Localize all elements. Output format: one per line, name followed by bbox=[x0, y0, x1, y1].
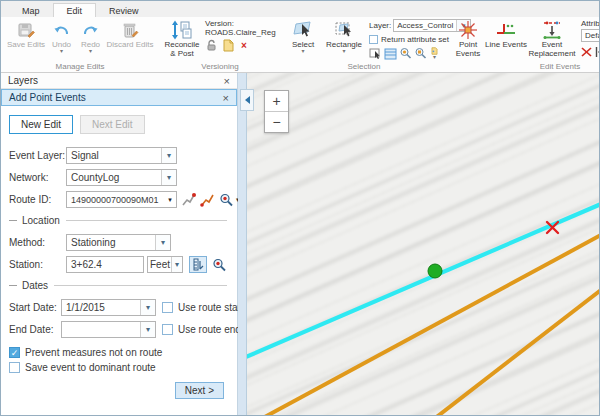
undo-dropdown-caret[interactable]: ▾ bbox=[60, 49, 63, 54]
tab-review[interactable]: Review bbox=[96, 4, 152, 17]
save-dominant-route-checkbox[interactable] bbox=[9, 362, 20, 373]
route-highlight-line[interactable] bbox=[247, 204, 599, 360]
attribute-table-icon[interactable] bbox=[384, 47, 397, 60]
collapse-panel-tab[interactable] bbox=[240, 89, 254, 111]
network-combobox[interactable]: CountyLog ▾ bbox=[66, 169, 177, 186]
tab-edit[interactable]: Edit bbox=[53, 3, 97, 17]
road-line-2[interactable] bbox=[434, 290, 599, 415]
zoom-to-station-icon[interactable] bbox=[211, 256, 227, 273]
rectangle-dropdown-caret[interactable]: ▾ bbox=[342, 49, 345, 54]
select-tool-icon bbox=[293, 19, 313, 40]
use-route-start-date-checkbox[interactable] bbox=[162, 302, 173, 313]
new-edit-button[interactable]: New Edit bbox=[9, 115, 73, 134]
station-input[interactable]: 3+62.4 bbox=[66, 256, 144, 273]
group-label-edit-events: Edit Events bbox=[449, 62, 600, 72]
collapse-left-icon bbox=[245, 96, 250, 104]
event-layer-arrow[interactable]: ▾ bbox=[161, 148, 176, 163]
next-button[interactable]: Next > bbox=[175, 382, 224, 399]
event-layer-label: Event Layer: bbox=[9, 150, 66, 161]
event-replacement-icon bbox=[541, 19, 563, 40]
event-point-marker[interactable] bbox=[428, 264, 442, 278]
discard-edits-button[interactable]: Discard Edits bbox=[105, 18, 155, 50]
panel-collapse-strip[interactable] bbox=[238, 73, 247, 415]
add-point-events-close-icon[interactable]: × bbox=[223, 93, 229, 103]
redo-button[interactable]: Redo ▾ bbox=[76, 18, 105, 55]
add-point-events-header: Add Point Events × bbox=[1, 89, 237, 106]
reconcile-icon bbox=[171, 19, 193, 40]
prevent-measures-label: Prevent measures not on route bbox=[25, 347, 162, 358]
delete-version-icon[interactable]: × bbox=[237, 39, 251, 52]
attribute-set-combobox[interactable]: Default ▾ bbox=[581, 29, 600, 42]
zoom-in-button[interactable]: + bbox=[265, 91, 288, 111]
zoom-to-route-icon[interactable] bbox=[219, 191, 234, 208]
next-edit-button[interactable]: Next Edit bbox=[80, 115, 145, 134]
method-value: Stationing bbox=[67, 237, 155, 248]
select-route-on-map-icon[interactable] bbox=[181, 191, 196, 208]
group-label-manage-edits: Manage Edits bbox=[5, 62, 155, 72]
ribbon: Save Edits Undo ▾ Redo ▾ bbox=[1, 17, 599, 73]
station-label: Station: bbox=[9, 259, 54, 270]
return-attribute-set-checkbox[interactable] bbox=[369, 35, 378, 44]
route-id-combobox[interactable]: 14900000700090M01 ▾ bbox=[66, 191, 177, 208]
line-events-icon bbox=[496, 19, 516, 40]
select-features-icon[interactable] bbox=[369, 47, 382, 60]
undo-button[interactable]: Undo ▾ bbox=[47, 18, 76, 55]
group-label-versioning: Versioning bbox=[161, 62, 279, 72]
start-date-label: Start Date: bbox=[9, 302, 61, 313]
use-route-end-date-checkbox[interactable] bbox=[162, 324, 173, 335]
method-label: Method: bbox=[9, 237, 54, 248]
station-value: 3+62.4 bbox=[67, 259, 143, 270]
new-version-icon[interactable] bbox=[221, 39, 235, 52]
redo-dropdown-caret[interactable]: ▾ bbox=[89, 49, 92, 54]
event-replacement-button[interactable]: Event Replacement bbox=[525, 18, 579, 59]
select-dropdown-caret[interactable]: ▾ bbox=[301, 49, 304, 54]
dates-section-header: Dates bbox=[9, 280, 227, 291]
start-date-combobox[interactable]: 1/1/2015 ▾ bbox=[61, 299, 156, 316]
save-edits-button[interactable]: Save Edits bbox=[5, 18, 47, 50]
select-button[interactable]: Select ▾ bbox=[285, 18, 321, 55]
offset-event-icon[interactable] bbox=[595, 45, 600, 58]
units-arrow[interactable]: ▾ bbox=[171, 257, 182, 272]
save-dominant-route-label: Save event to dominant route bbox=[25, 362, 156, 373]
map-zoom-control: + − bbox=[264, 90, 289, 133]
undo-icon bbox=[53, 19, 70, 40]
group-selection: Select ▾ Rectangle ▾ Layer: Access_Contr… bbox=[283, 18, 445, 72]
end-date-label: End Date: bbox=[9, 324, 61, 335]
station-picker-tool-icon[interactable] bbox=[189, 256, 207, 273]
layer-label: Layer: bbox=[369, 21, 391, 30]
event-layer-value: Signal bbox=[67, 150, 161, 161]
app-window: Map Edit Review Save Edits Undo ▾ bbox=[0, 0, 600, 416]
network-value: CountyLog bbox=[67, 172, 161, 183]
return-attribute-set-label: Return attribute set bbox=[381, 35, 449, 44]
clear-selection-icon[interactable]: ▾ bbox=[429, 47, 440, 60]
network-arrow[interactable]: ▾ bbox=[161, 170, 176, 185]
zoom-to-selection-icon[interactable] bbox=[399, 47, 412, 60]
unlock-version-icon[interactable] bbox=[205, 39, 219, 52]
attribute-set-label: Attribute Set: bbox=[581, 19, 600, 28]
line-events-button[interactable]: Line Events bbox=[487, 18, 525, 50]
point-events-button[interactable]: Point Events bbox=[449, 18, 487, 59]
layers-pane-header: Layers × bbox=[1, 73, 237, 89]
layers-close-icon[interactable]: × bbox=[224, 76, 230, 86]
zoom-out-button[interactable]: − bbox=[265, 111, 288, 132]
prevent-measures-checkbox[interactable]: ✓ bbox=[9, 347, 20, 358]
pan-to-selection-icon[interactable] bbox=[414, 47, 427, 60]
reconcile-post-button[interactable]: Reconcile & Post bbox=[161, 18, 203, 59]
road-line-1[interactable] bbox=[261, 235, 599, 415]
map-view[interactable]: + − bbox=[247, 73, 599, 415]
cancel-event-icon[interactable] bbox=[581, 45, 593, 58]
units-combobox[interactable]: Feet ▾ bbox=[147, 256, 183, 273]
event-layer-combobox[interactable]: Signal ▾ bbox=[66, 147, 177, 164]
highlight-route-icon[interactable] bbox=[200, 191, 215, 208]
end-date-combobox[interactable]: ▾ bbox=[61, 321, 156, 338]
version-label: Version: bbox=[205, 19, 277, 28]
route-id-arrow[interactable]: ▾ bbox=[164, 196, 176, 204]
rectangle-select-button[interactable]: Rectangle ▾ bbox=[321, 18, 367, 55]
end-date-arrow[interactable]: ▾ bbox=[140, 322, 155, 337]
start-date-arrow[interactable]: ▾ bbox=[140, 300, 155, 315]
map-features-layer bbox=[247, 73, 599, 415]
method-combobox[interactable]: Stationing ▾ bbox=[66, 234, 171, 251]
method-arrow[interactable]: ▾ bbox=[155, 235, 170, 250]
tab-map[interactable]: Map bbox=[9, 4, 53, 17]
group-label-selection: Selection bbox=[285, 62, 443, 72]
